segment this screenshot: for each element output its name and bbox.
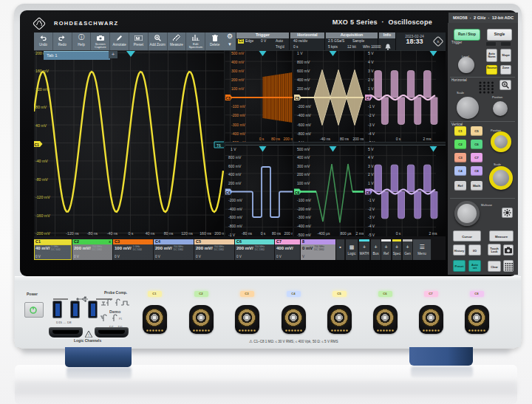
svg-text:2 V: 2 V — [368, 78, 374, 82]
svg-text:80 mV: 80 mV — [35, 105, 47, 109]
svg-text:!: ! — [88, 333, 89, 338]
svg-text:5 V: 5 V — [368, 147, 374, 151]
svg-text:300 mV: 300 mV — [231, 69, 245, 73]
svg-text:-800 mV: -800 mV — [228, 224, 243, 228]
svg-text:400 mV: 400 mV — [231, 60, 245, 64]
svg-text:2 ms: 2 ms — [423, 137, 432, 141]
svg-text:1 V: 1 V — [368, 181, 374, 185]
svg-text:-4 V: -4 V — [368, 131, 375, 136]
svg-text:1 V: 1 V — [231, 147, 236, 151]
svg-text:-80 ns: -80 ns — [242, 231, 252, 236]
svg-text:80 ns: 80 ns — [340, 137, 349, 141]
svg-text:4 V: 4 V — [368, 60, 374, 64]
svg-text:80 ns: 80 ns — [272, 231, 282, 236]
svg-text:3 V: 3 V — [368, 69, 374, 73]
svg-text:600 mV: 600 mV — [297, 69, 310, 73]
svg-text:-40 ns: -40 ns — [107, 231, 118, 236]
svg-text:160 mV: 160 mV — [35, 69, 49, 73]
svg-text:2 ms: 2 ms — [429, 231, 437, 236]
svg-text:-400 µs: -400 µs — [318, 231, 330, 236]
svg-text:-1 V: -1 V — [368, 104, 375, 109]
svg-text:-400 mV: -400 mV — [228, 207, 243, 211]
svg-text:120 ns: 120 ns — [181, 231, 193, 236]
svg-text:0 s: 0 s — [396, 137, 401, 141]
svg-text:-4 V: -4 V — [368, 224, 375, 228]
svg-text:-100 mV: -100 mV — [297, 198, 312, 202]
svg-text:-200 mV: -200 mV — [231, 113, 246, 117]
svg-text:-400 mV: -400 mV — [297, 113, 312, 117]
svg-text:-300 mV: -300 mV — [231, 123, 246, 127]
svg-text:4 V: 4 V — [368, 155, 374, 160]
svg-text:-200 mV: -200 mV — [35, 231, 50, 236]
svg-text:-100 mV: -100 mV — [231, 104, 246, 109]
svg-text:2 ms: 2 ms — [356, 231, 364, 236]
svg-text:200 ns: 200 ns — [352, 137, 364, 141]
svg-text:-3 V: -3 V — [368, 123, 375, 127]
svg-text:-800 mV: -800 mV — [297, 131, 312, 136]
svg-text:-200 mV: -200 mV — [297, 207, 312, 211]
svg-text:1 V: 1 V — [297, 51, 303, 55]
svg-text:400 mV: 400 mV — [297, 155, 310, 160]
svg-text:-3 V: -3 V — [368, 215, 375, 219]
svg-text:R: R — [437, 40, 440, 44]
svg-text:C6: C6 — [295, 191, 300, 195]
svg-text:200 mV: 200 mV — [231, 78, 245, 82]
svg-text:800 µs: 800 µs — [340, 231, 352, 236]
svg-text:5 V: 5 V — [368, 51, 374, 55]
svg-text:-1 V: -1 V — [368, 198, 375, 202]
svg-text:-40 ns: -40 ns — [320, 137, 330, 141]
svg-text:-2 V: -2 V — [368, 113, 375, 117]
svg-text:300 mV: 300 mV — [297, 164, 310, 168]
svg-text:-80 ns: -80 ns — [87, 231, 98, 236]
svg-text:500 mV: 500 mV — [231, 51, 245, 55]
svg-text:C7: C7 — [366, 96, 371, 100]
svg-text:Demo: Demo — [109, 309, 121, 314]
svg-text:-40 mV: -40 mV — [35, 159, 48, 163]
svg-text:0 s: 0 s — [129, 231, 134, 236]
svg-text:-2 V: -2 V — [368, 207, 375, 211]
svg-text:40 mV: 40 mV — [35, 123, 47, 128]
svg-text:600 mV: 600 mV — [228, 164, 242, 168]
svg-text:3 V: 3 V — [368, 164, 374, 168]
svg-text:-600 mV: -600 mV — [297, 123, 312, 127]
svg-text:0 s: 0 s — [261, 231, 266, 236]
svg-text:P1: P1 — [119, 318, 122, 321]
svg-text:-600 mV: -600 mV — [228, 215, 243, 219]
svg-text:80 ns: 80 ns — [271, 137, 281, 141]
svg-text:100 mV: 100 mV — [297, 181, 310, 185]
svg-text:1 V: 1 V — [368, 86, 374, 91]
svg-text:40 ns: 40 ns — [146, 231, 155, 236]
svg-text:-120 ns: -120 ns — [66, 231, 79, 236]
svg-text:160 ns: 160 ns — [200, 231, 211, 236]
svg-text:-400 mV: -400 mV — [231, 131, 246, 136]
svg-text:-400 mV: -400 mV — [297, 224, 312, 228]
svg-text:120 mV: 120 mV — [35, 87, 49, 92]
svg-text:0 s: 0 s — [396, 231, 401, 236]
svg-text:0 s: 0 s — [259, 137, 265, 141]
svg-text:800 mV: 800 mV — [297, 60, 310, 64]
svg-text:C3: C3 — [226, 96, 231, 100]
svg-text:500 mV: 500 mV — [297, 147, 310, 151]
svg-text:200 mV: 200 mV — [228, 181, 242, 185]
svg-text:-80 mV: -80 mV — [35, 177, 48, 182]
svg-text:C8: C8 — [366, 191, 371, 195]
svg-text:C1: C1 — [35, 143, 40, 147]
svg-text:-120 mV: -120 mV — [35, 195, 50, 199]
svg-text:-200 mV: -200 mV — [228, 198, 243, 202]
svg-text:T6: T6 — [216, 143, 221, 148]
svg-text:200 mV: 200 mV — [297, 172, 310, 177]
svg-text:-160 mV: -160 mV — [35, 213, 50, 218]
svg-text:2 V: 2 V — [368, 172, 374, 177]
svg-text:100 mV: 100 mV — [231, 86, 245, 91]
svg-text:80 ns: 80 ns — [164, 231, 174, 236]
svg-text:400 mV: 400 mV — [297, 78, 310, 82]
svg-text:400 mV: 400 mV — [228, 172, 242, 177]
svg-text:200 mV: 200 mV — [297, 86, 310, 91]
svg-text:-200 mV: -200 mV — [297, 104, 312, 109]
svg-text:C4: C4 — [226, 191, 231, 195]
svg-text:800 mV: 800 mV — [228, 155, 242, 160]
svg-text:C5: C5 — [295, 96, 300, 100]
svg-text:-300 mV: -300 mV — [297, 215, 312, 219]
